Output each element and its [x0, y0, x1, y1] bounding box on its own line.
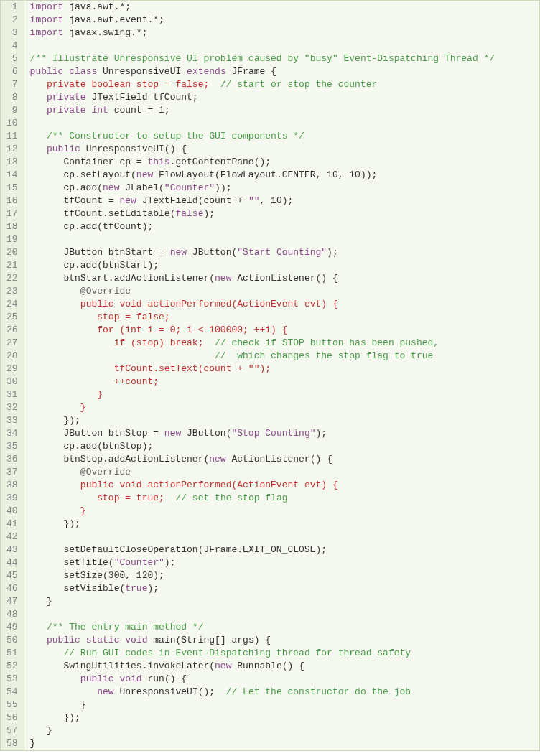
code-token: Runnable() {: [231, 661, 304, 671]
code-token: setSize(300, 120);: [30, 570, 164, 581]
code-token: btnStart.addActionListener(: [30, 273, 215, 284]
code-token: );: [164, 557, 176, 568]
code-line: tfCount = new JTextField(count + "", 10)…: [30, 195, 534, 207]
line-number: 34: [6, 427, 18, 440]
code-line: private boolean stop = false; // start o…: [30, 78, 534, 91]
code-token: // Let the constructor do the job: [226, 686, 411, 697]
code-token: public: [30, 66, 64, 77]
line-number: 27: [6, 337, 18, 350]
line-number: 47: [6, 595, 18, 608]
code-line: public void actionPerformed(ActionEvent …: [30, 298, 534, 311]
code-line: import java.awt.*;: [30, 1, 534, 14]
line-number: 24: [6, 298, 18, 311]
code-token: false: [175, 208, 203, 219]
code-token: new: [136, 169, 153, 180]
code-token: private: [47, 105, 86, 116]
code-line: tfCount.setEditable(false);: [30, 207, 534, 220]
code-line: @Override: [30, 285, 534, 298]
code-line: @Override: [30, 466, 534, 479]
code-token: [30, 118, 36, 129]
code-token: new: [209, 454, 225, 465]
code-token: private: [47, 92, 86, 103]
code-token: [30, 312, 98, 322]
code-token: new: [215, 661, 231, 671]
code-token: setVisible(: [30, 583, 126, 594]
line-number: 55: [6, 699, 18, 711]
code-token: [30, 325, 98, 335]
code-token: this: [147, 157, 169, 167]
code-token: JButton(: [181, 428, 231, 439]
code-line: private int count = 1;: [30, 104, 534, 117]
code-line: /** Illustrate Unresponsive UI problem c…: [30, 52, 534, 65]
code-token: main(String[] args) {: [147, 635, 271, 645]
line-number: 36: [6, 453, 18, 466]
code-token: }: [30, 596, 52, 607]
code-token: [30, 467, 80, 477]
code-line: setTitle("Counter");: [30, 556, 534, 569]
line-number: 17: [6, 207, 18, 220]
code-token: );: [203, 208, 215, 219]
code-line: stop = true; // set the stop flag: [30, 492, 534, 505]
line-number: 10: [6, 117, 18, 130]
line-number: 11: [6, 130, 18, 143]
code-container: 1234567891011121314151617181920212223242…: [0, 0, 540, 751]
line-number: 2: [6, 14, 18, 27]
line-number: 35: [6, 440, 18, 453]
code-token: private boolean stop = false;: [47, 79, 209, 90]
code-token: [30, 144, 47, 154]
code-token: stop = true;: [97, 493, 164, 503]
code-token: @Override: [80, 286, 131, 297]
code-token: [30, 299, 80, 309]
line-number: 33: [6, 414, 18, 427]
line-number: 52: [6, 660, 18, 673]
line-number: 40: [6, 505, 18, 518]
code-token: // start or stop the counter: [220, 79, 377, 90]
code-line: }: [30, 388, 534, 401]
code-line: // which changes the stop flag to true: [30, 350, 534, 363]
code-token: new: [170, 247, 187, 258]
code-token: );: [147, 583, 159, 594]
code-line: stop = false;: [30, 311, 534, 324]
code-token: for (int i = 0; i < 100000; ++i) {: [97, 325, 287, 335]
code-line: // Run GUI codes in Event-Dispatching th…: [30, 647, 534, 660]
code-token: Container cp =: [30, 157, 148, 167]
code-token: }: [97, 389, 103, 400]
code-line: new UnresponsiveUI(); // Let the constru…: [30, 686, 534, 699]
code-line: if (stop) break; // check if STOP button…: [30, 337, 534, 350]
line-number: 12: [6, 143, 18, 156]
line-number: 20: [6, 246, 18, 259]
code-line: cp.add(new JLabel("Counter"));: [30, 182, 534, 195]
code-line: ++count;: [30, 375, 534, 388]
code-line: });: [30, 518, 534, 531]
code-token: public: [47, 635, 80, 645]
code-token: ));: [215, 182, 231, 193]
code-token: cp.add(: [30, 182, 103, 193]
code-token: stop = false;: [97, 312, 169, 322]
code-line: [30, 117, 534, 130]
code-token: JFrame {: [226, 66, 276, 77]
code-token: class: [69, 66, 97, 77]
code-line: setVisible(true);: [30, 582, 534, 595]
line-number: 18: [6, 220, 18, 233]
code-token: btnStop.addActionListener(: [30, 454, 210, 465]
code-line: });: [30, 414, 534, 427]
code-token: // set the stop flag: [175, 493, 287, 503]
code-token: JTextField tfCount;: [86, 92, 198, 103]
code-token: ActionListener() {: [231, 273, 338, 284]
code-line: JButton btnStart = new JButton("Start Co…: [30, 246, 534, 259]
code-token: // which changes the stop flag to true: [215, 350, 433, 361]
code-token: [30, 480, 80, 490]
code-token: [30, 389, 98, 400]
code-line: }: [30, 595, 534, 608]
code-line: [30, 233, 534, 246]
code-token: void: [125, 635, 147, 645]
code-token: cp.add(btnStop);: [30, 441, 154, 452]
code-token: setTitle(: [30, 557, 114, 568]
code-token: }: [80, 402, 86, 413]
code-token: "Start Counting": [237, 247, 327, 258]
line-number: 6: [6, 65, 18, 78]
code-token: "": [248, 195, 260, 206]
code-token: JButton btnStart =: [30, 247, 170, 258]
code-token: extends: [187, 66, 226, 77]
code-token: }: [30, 699, 86, 710]
